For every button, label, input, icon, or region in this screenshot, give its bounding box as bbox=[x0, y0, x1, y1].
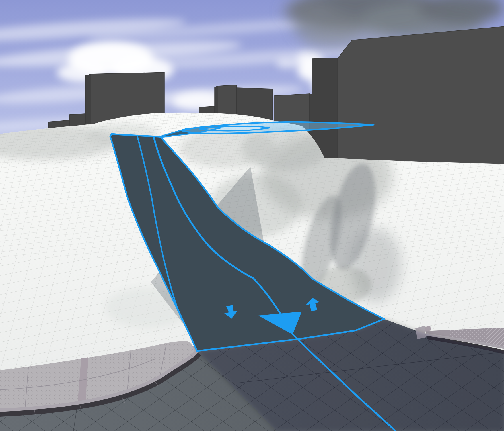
viewport-3d-canvas[interactable] bbox=[0, 0, 504, 431]
scene-svg bbox=[0, 0, 504, 431]
building-right-large[interactable] bbox=[337, 26, 504, 171]
